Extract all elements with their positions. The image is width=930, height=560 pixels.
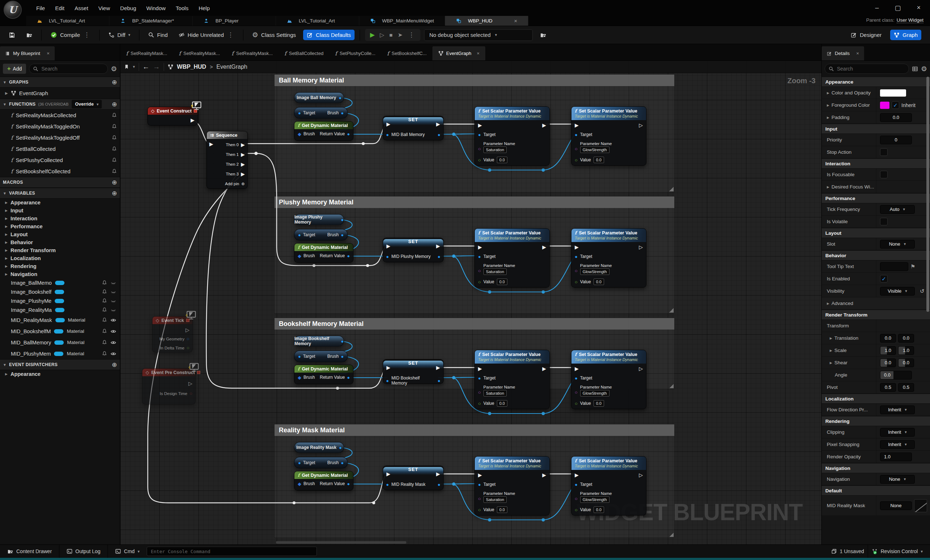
bell-icon[interactable]	[112, 146, 117, 152]
tick-frequency-dropdown[interactable]: Auto▾	[880, 205, 915, 214]
asset-tab[interactable]: WBP_HUD ×	[445, 16, 528, 26]
parameter-name-pin[interactable]: ○	[478, 147, 481, 153]
reset-icon[interactable]: ↺	[920, 288, 925, 295]
function-item[interactable]: f SetBallCollected	[0, 143, 120, 155]
menu-item[interactable]: Asset	[70, 4, 93, 13]
eye-icon[interactable]	[111, 328, 116, 334]
node-event-tick[interactable]: ◇Event Tick ▷ My Geometry○ In Delta Time…	[152, 316, 192, 352]
variable-category[interactable]: ▶Layout	[0, 230, 120, 238]
document-tab[interactable]: f SetRealityMask... ×	[120, 46, 173, 60]
node-set-scalar-parameter[interactable]: fSet Scalar Parameter ValueTarget is Mat…	[571, 350, 647, 409]
bell-icon[interactable]	[102, 298, 107, 304]
horizontal-scrollbar[interactable]	[276, 541, 406, 544]
then3-pin[interactable]: ▶	[241, 172, 245, 176]
comment-resize-handle[interactable]	[669, 308, 674, 313]
is-enabled-checkbox[interactable]: ✓	[880, 275, 888, 282]
priority-field[interactable]: 0	[880, 136, 912, 144]
then0-pin[interactable]: ▶	[241, 142, 245, 147]
revision-control-button[interactable]: Revision Control▾	[868, 545, 926, 558]
asset-tab[interactable]: BP_Player ×	[192, 16, 276, 26]
target-pin[interactable]: ●	[478, 132, 481, 137]
menu-item[interactable]: View	[94, 4, 114, 13]
restore-icon[interactable]: ▢	[895, 4, 901, 12]
breadcrumb-leaf[interactable]: EventGraph	[217, 64, 247, 70]
parameter-name-field[interactable]: Saturation	[483, 147, 507, 153]
brush-in-pin[interactable]: ◆	[298, 132, 301, 137]
variable-item[interactable]: MID_PlushyMem Material	[0, 348, 120, 359]
my-blueprint-tab[interactable]: My Blueprint×	[0, 46, 55, 60]
bell-icon[interactable]	[112, 135, 117, 140]
bell-icon[interactable]	[112, 157, 117, 163]
content-drawer-button[interactable]: Content Drawer	[4, 545, 55, 558]
add-variable-icon[interactable]: ⊕	[112, 190, 117, 197]
shear-x-field[interactable]: 0.0	[880, 359, 896, 367]
variable-category[interactable]: ▶Navigation	[0, 270, 120, 278]
scale-x-field[interactable]: 1.0	[880, 346, 896, 355]
comment-resize-handle[interactable]	[669, 532, 674, 537]
navigation-dropdown[interactable]: None▾	[880, 475, 915, 484]
angle-field[interactable]: 0.0	[880, 371, 912, 379]
find-button[interactable]: Find	[145, 30, 171, 40]
bell-icon[interactable]	[102, 340, 107, 345]
node-get-brush[interactable]: ●TargetBrush●	[294, 229, 348, 241]
value-in-pin[interactable]: ●	[386, 132, 389, 137]
variables-header[interactable]: ▼VARIABLES⊕	[0, 188, 120, 199]
eye-closed-icon[interactable]	[111, 280, 116, 286]
comment-resize-handle[interactable]	[669, 384, 674, 388]
node-set-variable[interactable]: SET ▶▶ ●MID Reality Mask●	[383, 466, 443, 490]
visibility-dropdown[interactable]: Visible▾	[880, 287, 915, 296]
diff-button[interactable]: Diff▾	[105, 30, 134, 40]
node-set-scalar-parameter[interactable]: fSet Scalar Parameter ValueTarget is Mat…	[571, 228, 647, 288]
compile-options-icon[interactable]: ⋮	[83, 31, 91, 39]
exec-out-pin[interactable]: ▶	[542, 123, 546, 128]
forward-icon[interactable]: →	[153, 63, 160, 71]
asset-tab[interactable]: LVL_Tutorial_Art ×	[276, 16, 359, 26]
node-sequence[interactable]: ⇉Sequence ▶ Then 0▶ Then 1▶ Then 2▶ Then…	[206, 131, 248, 189]
bell-icon[interactable]	[112, 112, 117, 118]
eye-icon[interactable]	[111, 351, 116, 357]
node-get-dynamic-material[interactable]: fGet Dynamic Material ◆BrushReturn Value…	[294, 243, 353, 262]
exec-out-pin[interactable]: ▶	[436, 121, 440, 127]
compile-button[interactable]: Compile⋮	[47, 29, 94, 41]
brush-out-pin[interactable]: ●	[341, 111, 344, 115]
variable-item[interactable]: MID_RealityMask Material	[0, 315, 120, 325]
gear-icon[interactable]: ⚙	[921, 65, 927, 73]
variable-category[interactable]: ▶Appearance	[0, 199, 120, 207]
chevron-down-icon[interactable]: ▾	[133, 64, 135, 69]
bell-icon[interactable]	[102, 280, 107, 285]
comment-resize-handle[interactable]	[669, 187, 674, 191]
section-input[interactable]: Input	[822, 124, 930, 134]
node-set-scalar-parameter[interactable]: fSet Scalar Parameter ValueTarget is Mat…	[474, 228, 550, 288]
exec-in-pin[interactable]: ▶	[575, 123, 579, 128]
node-set-scalar-parameter[interactable]: fSet Scalar Parameter ValueTarget is Mat…	[571, 106, 647, 166]
geometry-pin[interactable]: ○	[186, 336, 189, 341]
event-dispatchers-header[interactable]: ▼EVENT DISPATCHERS⊕	[0, 359, 120, 370]
node-event-pre-construct[interactable]: ◇Event Pre Construct ▷ Is Design Time○	[142, 368, 196, 404]
pixel-snapping-dropdown[interactable]: Inherit▾	[880, 440, 915, 449]
variable-item[interactable]: MID_BallMemory Material	[0, 337, 120, 348]
display-options-icon[interactable]	[912, 66, 918, 72]
hide-unrelated-button[interactable]: Hide Unrelated⋮	[175, 29, 238, 41]
flow-direction-dropdown[interactable]: Inherit▾	[880, 405, 915, 414]
document-tab[interactable]: f SetRealityMask... ×	[226, 46, 279, 60]
graphs-header[interactable]: ▼GRAPHS⊕	[0, 77, 120, 87]
close-icon[interactable]: ×	[514, 18, 517, 24]
hide-unrelated-options-icon[interactable]: ⋮	[227, 31, 234, 39]
slot-dropdown[interactable]: None▾	[880, 240, 915, 249]
node-get-variable[interactable]: Image Reality Mask●	[294, 442, 344, 453]
details-tab[interactable]: Details×	[822, 46, 864, 60]
node-set-variable[interactable]: SET ▶▶ ●MID Plushy Memory●	[383, 238, 443, 262]
menu-item[interactable]: Help	[194, 4, 214, 13]
variable-category[interactable]: ▶Performance	[0, 222, 120, 230]
exec-out-pin[interactable]: ▷	[188, 381, 192, 386]
eject-icon[interactable]: ➤	[398, 31, 402, 38]
mid-reality-mask-field[interactable]: None	[880, 502, 912, 510]
stop-action-checkbox[interactable]	[880, 148, 888, 156]
eye-closed-icon[interactable]	[111, 307, 116, 313]
function-item[interactable]: f SetRealityMaskCollected	[0, 110, 120, 121]
search-input[interactable]	[41, 66, 104, 72]
variable-category[interactable]: ▶Render Transform	[0, 246, 120, 254]
document-tab[interactable]: f SetRealityMask... ×	[173, 46, 226, 60]
gear-icon[interactable]: ⚙	[111, 65, 117, 73]
designer-button[interactable]: Designer	[847, 30, 885, 40]
